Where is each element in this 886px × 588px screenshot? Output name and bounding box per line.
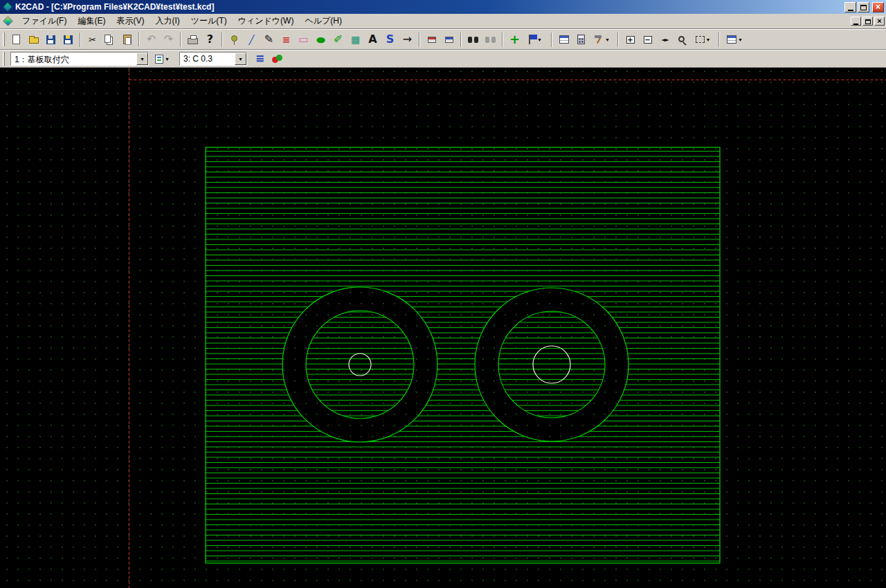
cut-button[interactable]: ✂	[84, 31, 101, 48]
restore-button[interactable]	[858, 2, 869, 12]
line-style-dropdown-button[interactable]: ▼	[235, 53, 246, 65]
bom-table-button[interactable]	[555, 31, 572, 48]
text-tool-icon: A	[367, 34, 379, 46]
toolbar-separator	[460, 33, 462, 47]
probe-tool-button[interactable]	[226, 31, 243, 48]
menu-help[interactable]: ヘルプ(H)	[299, 13, 347, 29]
pad-a-button[interactable]	[423, 31, 440, 48]
redo-button[interactable]: ↷	[160, 31, 177, 48]
toolbar-separator	[502, 33, 503, 47]
new-icon	[12, 35, 20, 44]
pen-tool-icon: ✎	[263, 34, 275, 46]
copy-button[interactable]	[101, 31, 118, 48]
text-tool-button[interactable]: A	[364, 31, 381, 48]
zoom-in-button[interactable]	[622, 31, 639, 48]
rounded-rect-tool-icon: ▭	[298, 34, 309, 46]
layer-select[interactable]: 1：基板取付穴 ▼	[10, 52, 149, 66]
redo-icon: ↷	[163, 34, 174, 46]
plane-tool-button[interactable]: ▦	[347, 31, 364, 48]
save-icon	[46, 35, 55, 44]
pad-b-button[interactable]	[440, 31, 458, 48]
toolbar-handle[interactable]	[3, 52, 5, 66]
toolbar-separator	[419, 33, 420, 47]
open-button[interactable]	[25, 31, 42, 48]
fill-pen-tool-button[interactable]: ✐	[329, 31, 347, 48]
fill-pen-tool-icon: ✐	[332, 34, 344, 46]
toolbar-handle[interactable]	[3, 33, 5, 46]
print-button[interactable]	[184, 31, 201, 48]
paste-button[interactable]	[118, 31, 136, 48]
toolbar-separator	[80, 33, 81, 47]
zoom-window-button[interactable]: ▼	[691, 31, 716, 48]
line-style-select[interactable]: 3: C 0.3 ▼	[179, 52, 247, 66]
pen-tool-button[interactable]: ✎	[260, 31, 278, 48]
spline-tool-button[interactable]: S	[381, 31, 399, 48]
help-button[interactable]: ?	[201, 31, 219, 48]
pad-left[interactable]	[282, 287, 437, 442]
open-icon	[29, 37, 39, 44]
menu-file[interactable]: ファイル(F)	[17, 13, 72, 29]
menu-input[interactable]: 入力(I)	[150, 13, 185, 29]
pad-right[interactable]	[475, 288, 629, 441]
minimize-icon	[848, 10, 853, 11]
drawing-canvas[interactable]	[0, 68, 886, 588]
toolbar-separator	[138, 33, 140, 47]
multiline-tool-button[interactable]: ≡	[278, 31, 295, 48]
find-next-icon	[485, 37, 496, 43]
toolbar-separator	[718, 33, 720, 47]
hammer-dropdown-icon[interactable]: ▼	[604, 37, 611, 42]
restore-icon	[860, 5, 867, 10]
print-icon	[188, 38, 198, 44]
zoom-window-dropdown-icon[interactable]: ▼	[705, 37, 712, 42]
window-controls: ×	[843, 2, 884, 12]
menu-window[interactable]: ウィンドウ(W)	[233, 13, 300, 29]
copy-icon	[105, 35, 111, 43]
line-width-button[interactable]: ≡	[251, 50, 269, 67]
grid-settings-button[interactable]: ▼	[723, 31, 748, 48]
app-icon[interactable]	[3, 2, 12, 12]
grid-dropdown-icon[interactable]: ▼	[737, 37, 743, 42]
dimension-tool-button[interactable]: →	[399, 31, 416, 48]
add-button[interactable]: +	[506, 31, 523, 48]
undo-button[interactable]: ↶	[143, 31, 160, 48]
rounded-rect-tool-button[interactable]: ▭	[295, 31, 312, 48]
new-button[interactable]	[8, 31, 25, 48]
ellipse-tool-button[interactable]: ●	[312, 31, 329, 48]
canvas-area[interactable]	[0, 68, 886, 588]
document-icon[interactable]	[3, 16, 13, 26]
find-button[interactable]	[464, 31, 482, 48]
mdi-minimize-button[interactable]	[851, 17, 861, 26]
zoom-out-icon	[644, 36, 652, 44]
calculator-button[interactable]	[572, 31, 590, 48]
flag-dropdown-icon[interactable]: ▼	[536, 37, 543, 42]
layer-list-dropdown-icon[interactable]: ▼	[164, 57, 170, 62]
zoom-window-icon	[696, 36, 705, 43]
layer-list-button[interactable]: ▼	[153, 51, 172, 66]
minimize-button[interactable]	[844, 2, 856, 12]
menu-edit[interactable]: 編集(E)	[72, 13, 111, 29]
save-button[interactable]	[42, 31, 60, 48]
menu-view[interactable]: 表示(V)	[111, 13, 150, 29]
mdi-close-button[interactable]: ×	[874, 17, 885, 26]
mdi-restore-button[interactable]	[862, 17, 873, 26]
pad-right-inner-circle[interactable]	[498, 311, 605, 418]
find-next-button[interactable]	[482, 31, 499, 48]
close-icon: ×	[873, 3, 883, 12]
line-tool-button[interactable]: ╱	[243, 31, 260, 48]
layer-list-icon	[155, 55, 163, 64]
find-icon	[468, 37, 478, 43]
undo-icon: ↶	[145, 34, 157, 46]
zoom-button[interactable]	[673, 31, 691, 48]
color-palette-button[interactable]	[269, 50, 286, 67]
hammer-tool-button[interactable]: ▼	[590, 31, 615, 48]
menu-tools[interactable]: ツール(T)	[186, 13, 233, 29]
flag-button[interactable]: ▼	[523, 31, 548, 48]
line-style-value: 3: C 0.3	[180, 53, 235, 65]
save-as-button[interactable]	[60, 31, 77, 48]
layer-select-dropdown-button[interactable]: ▼	[136, 53, 148, 65]
pad-left-inner-circle[interactable]	[306, 311, 414, 419]
pan-button[interactable]: ◄►	[656, 31, 673, 48]
toolbar-separator	[180, 33, 181, 47]
close-button[interactable]: ×	[872, 2, 884, 12]
zoom-out-button[interactable]	[639, 31, 656, 48]
